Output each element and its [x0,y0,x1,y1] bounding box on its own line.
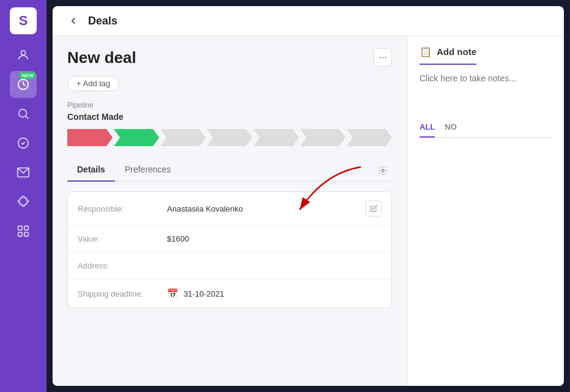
settings-gear-button[interactable] [374,161,392,180]
tab-details[interactable]: Details [67,160,115,182]
calendar-icon: 📅 [167,288,179,299]
deal-title: New deal [67,48,136,67]
body-layout: New deal ··· + Add tag Pipeline Contact … [53,36,564,386]
pipeline-step-5 [254,129,299,146]
sidebar-item-integrations[interactable] [10,188,37,215]
address-label: Address: [78,261,157,270]
details-section: Responsible: Anastasiia Kovalenko Value:… [67,191,392,308]
pipeline-label: Pipeline [67,101,392,109]
add-tag-label: + Add tag [76,79,110,88]
pipeline-step-4 [207,129,252,146]
value-label: Value: [78,234,157,243]
shipping-label: Shipping deadline: [78,289,157,298]
details-table: Responsible: Anastasiia Kovalenko Value:… [67,191,392,308]
pipeline-step-3 [160,129,205,146]
svg-point-10 [382,169,384,172]
app-logo: S [10,7,37,34]
sidebar-item-search[interactable] [10,100,37,127]
add-note-label: Add note [437,46,476,57]
sidebar-item-deals[interactable]: NEW [10,71,37,98]
table-row: Value: $1600 [68,226,391,253]
table-row: Address: [68,253,391,279]
table-row: Shipping deadline: 📅 31-10-2021 [68,279,391,308]
value-amount: $1600 [167,234,382,243]
pipeline-step-2 [114,129,159,146]
left-panel: New deal ··· + Add tag Pipeline Contact … [53,36,407,386]
tab-preferences[interactable]: Preferences [115,160,180,182]
edit-responsible-button[interactable] [366,201,382,216]
pipeline-progress [67,129,392,146]
filter-tabs: ALL NO [420,122,552,138]
sidebar-item-mail[interactable] [10,159,37,186]
responsible-label: Responsible: [78,204,157,213]
responsible-value: Anastasiia Kovalenko [167,204,356,213]
new-badge: NEW [20,72,35,79]
sidebar-item-dashboard[interactable] [10,218,37,245]
more-options-button[interactable]: ··· [374,48,392,67]
svg-rect-8 [18,232,22,236]
sidebar: S NEW [0,0,46,392]
svg-rect-6 [18,226,22,230]
svg-rect-7 [24,226,28,230]
shipping-value: 📅 31-10-2021 [167,288,382,299]
page-title: Deals [88,15,117,28]
pipeline-stage: Contact Made [67,112,392,122]
back-button[interactable] [65,12,82,29]
deal-header: New deal ··· [67,48,392,67]
add-note-tab[interactable]: 📋 Add note [420,46,476,65]
table-row: Responsible: Anastasiia Kovalenko [68,192,391,226]
filter-tab-no[interactable]: NO [445,122,457,138]
details-tabs: Details Preferences [67,160,180,181]
pipeline-step-6 [300,129,346,146]
svg-point-0 [21,51,25,55]
svg-rect-9 [24,232,28,236]
main-content: Deals New deal ··· + Add tag Pipeline Co… [53,6,564,386]
pipeline-step-7 [347,129,392,146]
note-input[interactable] [420,73,552,110]
sidebar-item-contacts[interactable] [10,42,37,68]
svg-line-3 [26,116,28,119]
right-panel: 📋 Add note ALL NO [407,36,564,386]
filter-tab-all[interactable]: ALL [420,122,435,138]
svg-point-2 [19,109,27,117]
shipping-date: 31-10-2021 [183,289,224,298]
sidebar-item-tasks[interactable] [10,130,37,157]
topbar: Deals [53,6,564,36]
note-icon: 📋 [420,46,432,57]
tabs-row: Details Preferences [67,160,392,182]
add-tag-button[interactable]: + Add tag [67,76,119,91]
pipeline-step-1 [67,129,113,146]
